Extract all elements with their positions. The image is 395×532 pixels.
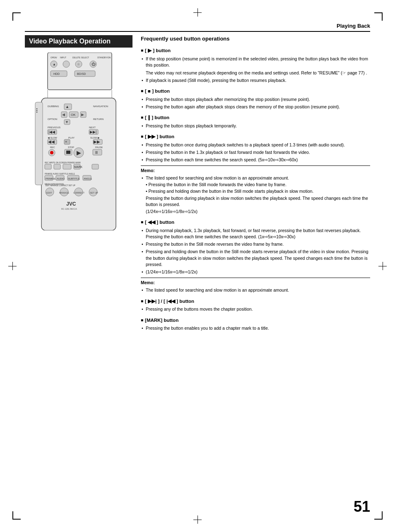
rew-bullet-2: Pressing the button in the Still mode re…: [141, 241, 370, 247]
header-line: [25, 31, 370, 32]
remote-image-area: OPEN/ INPUT DELETE SELECT STANDBY/ON ▲ ☆…: [25, 53, 132, 230]
svg-text:DUBBING: DUBBING: [48, 105, 59, 108]
rew-button-heading: [ ◀◀ ] button: [141, 219, 370, 226]
memo-item-1: The listed speed for searching and slow …: [141, 175, 370, 181]
svg-rect-66: [92, 164, 99, 169]
rew-bullet-1: During normal playback, 1.3x playback, f…: [141, 228, 370, 240]
play-button-bullets: If the stop position (resume point) is m…: [141, 56, 370, 68]
svg-text:▲: ▲: [65, 105, 69, 109]
svg-text:RETURN: RETURN: [93, 118, 104, 120]
cross-mark-left: [8, 262, 17, 270]
play-bullet-2: If playback is paused (Still mode), pres…: [141, 77, 370, 84]
skip-button-heading: [ ▶▶| ] / [ |◀◀ ] button: [141, 298, 370, 305]
memo-item-2: • Pressing the button in the Still mode …: [141, 182, 370, 188]
stop-bullet-1: Pressing the button stops playback after…: [141, 96, 370, 103]
cross-mark-right: [378, 262, 387, 270]
pause-bullet-1: Pressing the button stops playback tempo…: [141, 123, 370, 129]
main-content: Video Playback Operation OPEN/ INPUT DEL…: [25, 35, 370, 507]
memo-box-2: Memo: The listed speed for searching and…: [141, 278, 370, 293]
ff-bullet-2: Pressing the button in the 1.3x playback…: [141, 149, 370, 156]
svg-text:OK: OK: [71, 113, 76, 117]
svg-text:⏸: ⏸: [94, 150, 99, 155]
skip-button-bullets: Pressing any of the buttons moves the ch…: [141, 306, 370, 312]
svg-text:◀ SLOW: ◀ SLOW: [48, 137, 58, 139]
svg-text:BD/SD: BD/SD: [77, 72, 86, 75]
svg-point-54: [50, 151, 53, 154]
svg-text:▶▶: ▶▶: [94, 139, 100, 144]
svg-text:☆: ☆: [77, 62, 80, 66]
svg-text:AUDIO: AUDIO: [57, 177, 65, 180]
svg-text:SLOW ▶: SLOW ▶: [90, 137, 100, 139]
svg-text:NAVIGATION: NAVIGATION: [93, 105, 108, 108]
remote-control-svg: OPEN/ INPUT DELETE SELECT STANDBY/ON ▲ ☆…: [29, 53, 128, 230]
svg-text:▶: ▶: [81, 113, 84, 117]
ff-bullet-1: Pressing the button once during playback…: [141, 142, 370, 148]
corner-mark-br: [374, 511, 383, 520]
svg-text:PAUSE: PAUSE: [95, 146, 103, 149]
svg-text:⏻: ⏻: [92, 62, 96, 66]
play-sub-1: The video may not resume playback depend…: [141, 70, 370, 76]
cross-mark-bottom: [193, 515, 202, 524]
rew-bullet-4: (1/24x⇨1/16x⇨1/8x⇨1/2x): [141, 269, 370, 275]
svg-text:SET UP: SET UP: [90, 192, 98, 194]
svg-text:MARK: MARK: [74, 165, 83, 168]
svg-text:PREVIOUS: PREVIOUS: [48, 126, 60, 129]
svg-point-7: [63, 61, 70, 67]
left-column: Video Playback Operation OPEN/ INPUT DEL…: [25, 35, 132, 507]
right-column: Frequently used button operations [ ▶ ] …: [141, 35, 370, 507]
memo-sub-1: Pressing the button during playback in s…: [141, 195, 370, 207]
corner-mark-tr: [374, 12, 383, 21]
svg-text:REC: REC: [50, 146, 55, 149]
memo-box-1: Memo: The listed speed for searching and…: [141, 165, 370, 215]
skip-bullet-1: Pressing any of the buttons moves the ch…: [141, 306, 370, 312]
mark-button-bullets: Pressing the button enables you to add a…: [141, 325, 370, 331]
mark-button-heading: [MARK] button: [141, 317, 370, 324]
svg-rect-56: [66, 151, 70, 154]
svg-rect-19: [35, 102, 43, 185]
play-button-heading: [ ▶ ] button: [141, 47, 370, 54]
svg-text:▶▶|: ▶▶|: [90, 130, 96, 134]
section-title: Video Playback Operation: [25, 35, 132, 48]
svg-text:INPUT: INPUT: [60, 56, 66, 59]
svg-rect-62: [45, 164, 51, 169]
svg-text:PLAY: PLAY: [68, 137, 75, 139]
rew-bullet-3: Pressing and holding down the button in …: [141, 249, 370, 268]
svg-text:REC WRITE ON SCREEN PR/MISE MA: REC WRITE ON SCREEN PR/MISE MARK: [45, 162, 81, 164]
play-bullet-2-list: If playback is paused (Still mode), pres…: [141, 77, 370, 84]
ff-button-heading: [ ▶▶ ] button: [141, 133, 370, 140]
page-header: Playing Back: [337, 23, 370, 29]
svg-text:▶ ▶ ▶: ▶ ▶ ▶: [36, 108, 38, 113]
memo-item-4: The listed speed for searching and slow …: [141, 287, 370, 293]
svg-text:ANGLE: ANGLE: [84, 177, 92, 180]
svg-text:MEDIA INTEGRATION: MEDIA INTEGRATION: [45, 183, 64, 185]
page-number: 51: [354, 498, 370, 515]
section-heading: Frequently used button operations: [141, 35, 370, 43]
svg-text:SUBTITLE: SUBTITLE: [68, 177, 80, 180]
memo-sub-2: (1/24x⇨1/16x⇨1/8x⇨1/2x): [141, 208, 370, 215]
svg-text:DELETE SELECT: DELETE SELECT: [72, 56, 89, 59]
svg-text:NEXT: NEXT: [89, 126, 96, 129]
svg-rect-64: [63, 164, 71, 169]
svg-text:HDD: HDD: [53, 72, 60, 75]
pause-button-heading: [ ‖ ] button: [141, 114, 370, 121]
svg-text:PR/MISE: PR/MISE: [46, 177, 56, 180]
svg-text:◀: ◀: [62, 113, 65, 117]
rew-button-bullets: During normal playback, 1.3x playback, f…: [141, 228, 370, 276]
svg-text:MANAGE: MANAGE: [59, 192, 69, 194]
pause-button-bullets: Pressing the button stops playback tempo…: [141, 123, 370, 129]
ff-bullet-3: Pressing the button each time switches t…: [141, 157, 370, 163]
svg-text:RC-1261 BK/C/A: RC-1261 BK/C/A: [61, 208, 77, 210]
svg-text:CORRECT: CORRECT: [73, 192, 85, 194]
svg-text:◀◀: ◀◀: [48, 139, 55, 144]
svg-rect-63: [54, 164, 60, 169]
svg-text:+: +: [65, 140, 67, 144]
mark-bullet-1: Pressing the button enables you to add a…: [141, 325, 370, 331]
svg-text:STOP: STOP: [68, 146, 74, 149]
memo-item-3: • Pressing and holding down the button i…: [141, 188, 370, 194]
svg-text:▶: ▶: [77, 149, 81, 156]
cross-mark-top: [193, 8, 202, 17]
ff-button-bullets: Pressing the button once during playback…: [141, 142, 370, 163]
play-bullet-1: If the stop position (resume point) is m…: [141, 56, 370, 68]
svg-text:OPTION: OPTION: [48, 118, 57, 120]
svg-text:EDIT: EDIT: [46, 192, 52, 194]
